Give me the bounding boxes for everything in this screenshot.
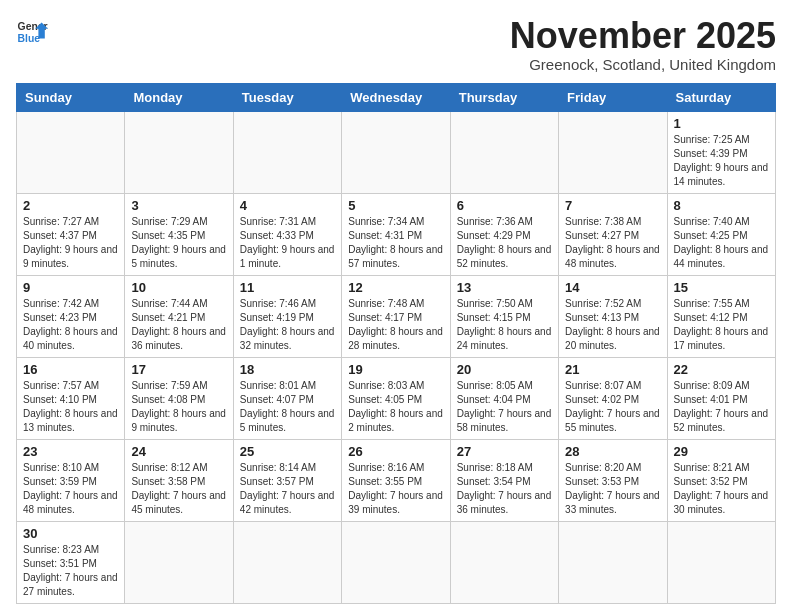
day-number: 20 xyxy=(457,362,552,377)
calendar-cell: 3Sunrise: 7:29 AM Sunset: 4:35 PM Daylig… xyxy=(125,193,233,275)
day-number: 5 xyxy=(348,198,443,213)
calendar-cell xyxy=(450,521,558,603)
day-number: 4 xyxy=(240,198,335,213)
weekday-header-saturday: Saturday xyxy=(667,83,775,111)
day-info: Sunrise: 8:03 AM Sunset: 4:05 PM Dayligh… xyxy=(348,379,443,435)
calendar-cell xyxy=(342,521,450,603)
calendar-cell xyxy=(559,521,667,603)
day-number: 13 xyxy=(457,280,552,295)
day-info: Sunrise: 8:21 AM Sunset: 3:52 PM Dayligh… xyxy=(674,461,769,517)
logo: General Blue xyxy=(16,16,48,48)
day-number: 24 xyxy=(131,444,226,459)
day-info: Sunrise: 7:40 AM Sunset: 4:25 PM Dayligh… xyxy=(674,215,769,271)
calendar-week-row: 16Sunrise: 7:57 AM Sunset: 4:10 PM Dayli… xyxy=(17,357,776,439)
weekday-header-wednesday: Wednesday xyxy=(342,83,450,111)
calendar-cell: 29Sunrise: 8:21 AM Sunset: 3:52 PM Dayli… xyxy=(667,439,775,521)
calendar-cell: 26Sunrise: 8:16 AM Sunset: 3:55 PM Dayli… xyxy=(342,439,450,521)
calendar-cell: 16Sunrise: 7:57 AM Sunset: 4:10 PM Dayli… xyxy=(17,357,125,439)
day-info: Sunrise: 7:52 AM Sunset: 4:13 PM Dayligh… xyxy=(565,297,660,353)
day-info: Sunrise: 7:59 AM Sunset: 4:08 PM Dayligh… xyxy=(131,379,226,435)
calendar-cell: 6Sunrise: 7:36 AM Sunset: 4:29 PM Daylig… xyxy=(450,193,558,275)
calendar-cell: 8Sunrise: 7:40 AM Sunset: 4:25 PM Daylig… xyxy=(667,193,775,275)
day-info: Sunrise: 7:42 AM Sunset: 4:23 PM Dayligh… xyxy=(23,297,118,353)
day-number: 12 xyxy=(348,280,443,295)
calendar-cell: 30Sunrise: 8:23 AM Sunset: 3:51 PM Dayli… xyxy=(17,521,125,603)
calendar-cell: 2Sunrise: 7:27 AM Sunset: 4:37 PM Daylig… xyxy=(17,193,125,275)
day-number: 1 xyxy=(674,116,769,131)
weekday-header-friday: Friday xyxy=(559,83,667,111)
day-number: 26 xyxy=(348,444,443,459)
day-info: Sunrise: 7:57 AM Sunset: 4:10 PM Dayligh… xyxy=(23,379,118,435)
calendar-cell: 18Sunrise: 8:01 AM Sunset: 4:07 PM Dayli… xyxy=(233,357,341,439)
day-info: Sunrise: 7:29 AM Sunset: 4:35 PM Dayligh… xyxy=(131,215,226,271)
day-number: 2 xyxy=(23,198,118,213)
day-info: Sunrise: 7:46 AM Sunset: 4:19 PM Dayligh… xyxy=(240,297,335,353)
day-number: 14 xyxy=(565,280,660,295)
calendar-header-row: SundayMondayTuesdayWednesdayThursdayFrid… xyxy=(17,83,776,111)
day-number: 28 xyxy=(565,444,660,459)
day-info: Sunrise: 7:55 AM Sunset: 4:12 PM Dayligh… xyxy=(674,297,769,353)
day-number: 22 xyxy=(674,362,769,377)
day-number: 16 xyxy=(23,362,118,377)
day-info: Sunrise: 8:23 AM Sunset: 3:51 PM Dayligh… xyxy=(23,543,118,599)
day-info: Sunrise: 8:14 AM Sunset: 3:57 PM Dayligh… xyxy=(240,461,335,517)
calendar-cell: 28Sunrise: 8:20 AM Sunset: 3:53 PM Dayli… xyxy=(559,439,667,521)
day-number: 10 xyxy=(131,280,226,295)
calendar-cell: 15Sunrise: 7:55 AM Sunset: 4:12 PM Dayli… xyxy=(667,275,775,357)
weekday-header-thursday: Thursday xyxy=(450,83,558,111)
calendar-cell: 25Sunrise: 8:14 AM Sunset: 3:57 PM Dayli… xyxy=(233,439,341,521)
day-number: 6 xyxy=(457,198,552,213)
day-number: 9 xyxy=(23,280,118,295)
day-number: 29 xyxy=(674,444,769,459)
day-number: 11 xyxy=(240,280,335,295)
calendar-week-row: 2Sunrise: 7:27 AM Sunset: 4:37 PM Daylig… xyxy=(17,193,776,275)
calendar-table: SundayMondayTuesdayWednesdayThursdayFrid… xyxy=(16,83,776,604)
day-number: 17 xyxy=(131,362,226,377)
day-info: Sunrise: 7:36 AM Sunset: 4:29 PM Dayligh… xyxy=(457,215,552,271)
calendar-cell: 5Sunrise: 7:34 AM Sunset: 4:31 PM Daylig… xyxy=(342,193,450,275)
day-number: 27 xyxy=(457,444,552,459)
calendar-cell xyxy=(667,521,775,603)
calendar-cell: 24Sunrise: 8:12 AM Sunset: 3:58 PM Dayli… xyxy=(125,439,233,521)
day-number: 8 xyxy=(674,198,769,213)
calendar-cell xyxy=(125,111,233,193)
day-info: Sunrise: 7:50 AM Sunset: 4:15 PM Dayligh… xyxy=(457,297,552,353)
calendar-cell: 12Sunrise: 7:48 AM Sunset: 4:17 PM Dayli… xyxy=(342,275,450,357)
day-info: Sunrise: 7:34 AM Sunset: 4:31 PM Dayligh… xyxy=(348,215,443,271)
calendar-cell: 17Sunrise: 7:59 AM Sunset: 4:08 PM Dayli… xyxy=(125,357,233,439)
calendar-cell: 4Sunrise: 7:31 AM Sunset: 4:33 PM Daylig… xyxy=(233,193,341,275)
calendar-cell: 20Sunrise: 8:05 AM Sunset: 4:04 PM Dayli… xyxy=(450,357,558,439)
day-info: Sunrise: 8:09 AM Sunset: 4:01 PM Dayligh… xyxy=(674,379,769,435)
page-header: General Blue November 2025 Greenock, Sco… xyxy=(16,16,776,73)
day-info: Sunrise: 8:16 AM Sunset: 3:55 PM Dayligh… xyxy=(348,461,443,517)
day-info: Sunrise: 7:31 AM Sunset: 4:33 PM Dayligh… xyxy=(240,215,335,271)
calendar-week-row: 1Sunrise: 7:25 AM Sunset: 4:39 PM Daylig… xyxy=(17,111,776,193)
day-info: Sunrise: 8:07 AM Sunset: 4:02 PM Dayligh… xyxy=(565,379,660,435)
day-number: 3 xyxy=(131,198,226,213)
calendar-cell: 10Sunrise: 7:44 AM Sunset: 4:21 PM Dayli… xyxy=(125,275,233,357)
day-number: 30 xyxy=(23,526,118,541)
calendar-cell: 13Sunrise: 7:50 AM Sunset: 4:15 PM Dayli… xyxy=(450,275,558,357)
weekday-header-monday: Monday xyxy=(125,83,233,111)
calendar-cell: 19Sunrise: 8:03 AM Sunset: 4:05 PM Dayli… xyxy=(342,357,450,439)
day-info: Sunrise: 8:20 AM Sunset: 3:53 PM Dayligh… xyxy=(565,461,660,517)
calendar-cell: 21Sunrise: 8:07 AM Sunset: 4:02 PM Dayli… xyxy=(559,357,667,439)
svg-text:Blue: Blue xyxy=(18,33,41,44)
day-number: 21 xyxy=(565,362,660,377)
day-number: 18 xyxy=(240,362,335,377)
calendar-week-row: 23Sunrise: 8:10 AM Sunset: 3:59 PM Dayli… xyxy=(17,439,776,521)
calendar-cell: 22Sunrise: 8:09 AM Sunset: 4:01 PM Dayli… xyxy=(667,357,775,439)
month-title: November 2025 xyxy=(510,16,776,56)
weekday-header-sunday: Sunday xyxy=(17,83,125,111)
calendar-cell xyxy=(450,111,558,193)
day-info: Sunrise: 8:10 AM Sunset: 3:59 PM Dayligh… xyxy=(23,461,118,517)
calendar-cell: 27Sunrise: 8:18 AM Sunset: 3:54 PM Dayli… xyxy=(450,439,558,521)
day-number: 25 xyxy=(240,444,335,459)
calendar-week-row: 9Sunrise: 7:42 AM Sunset: 4:23 PM Daylig… xyxy=(17,275,776,357)
day-info: Sunrise: 7:38 AM Sunset: 4:27 PM Dayligh… xyxy=(565,215,660,271)
day-number: 7 xyxy=(565,198,660,213)
calendar-cell: 9Sunrise: 7:42 AM Sunset: 4:23 PM Daylig… xyxy=(17,275,125,357)
calendar-cell xyxy=(233,111,341,193)
calendar-cell: 23Sunrise: 8:10 AM Sunset: 3:59 PM Dayli… xyxy=(17,439,125,521)
location-title: Greenock, Scotland, United Kingdom xyxy=(510,56,776,73)
